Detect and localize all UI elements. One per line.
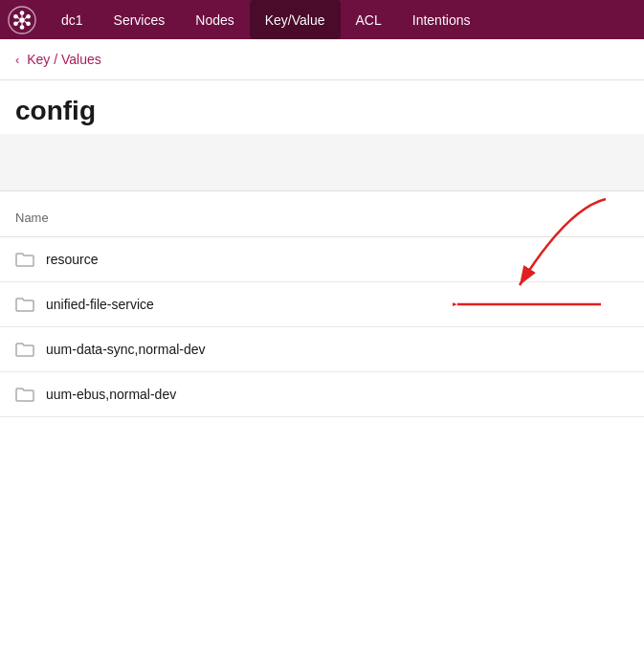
nav-services[interactable]: Services [99, 0, 181, 39]
page-title: config [0, 80, 644, 134]
kv-item-name: resource [46, 252, 98, 267]
annotation-arrow-2 [453, 290, 606, 319]
table-row[interactable]: resource [0, 237, 644, 282]
kv-table: Name resource unified-file-service [0, 199, 644, 417]
nav-datacenter[interactable]: dc1 [46, 0, 99, 39]
nav-nodes[interactable]: Nodes [180, 0, 249, 39]
kv-item-name: unified-file-service [46, 297, 154, 312]
nav-keyvalue[interactable]: Key/Value [250, 0, 341, 39]
table-header-name: Name [0, 199, 644, 237]
toolbar-area [0, 134, 644, 191]
svg-point-7 [19, 17, 25, 23]
navbar: dc1 Services Nodes Key/Value ACL Intenti… [0, 0, 644, 39]
nav-acl[interactable]: ACL [341, 0, 397, 39]
table-row[interactable]: uum-ebus,normal-dev [0, 372, 644, 417]
table-row[interactable]: uum-data-sync,normal-dev [0, 327, 644, 372]
kv-item-name: uum-ebus,normal-dev [46, 387, 176, 402]
folder-icon [15, 386, 34, 403]
breadcrumb-text: Key / Values [27, 52, 101, 67]
breadcrumb-link[interactable]: ‹ Key / Values [15, 52, 101, 67]
folder-icon [15, 296, 34, 313]
breadcrumb-bar: ‹ Key / Values [0, 39, 644, 80]
folder-icon [15, 341, 34, 358]
folder-icon [15, 251, 34, 268]
consul-logo [8, 6, 36, 34]
table-row[interactable]: unified-file-service [0, 282, 644, 327]
nav-intentions[interactable]: Intentions [397, 0, 486, 39]
breadcrumb-chevron-icon: ‹ [15, 53, 19, 67]
kv-item-name: uum-data-sync,normal-dev [46, 342, 206, 357]
